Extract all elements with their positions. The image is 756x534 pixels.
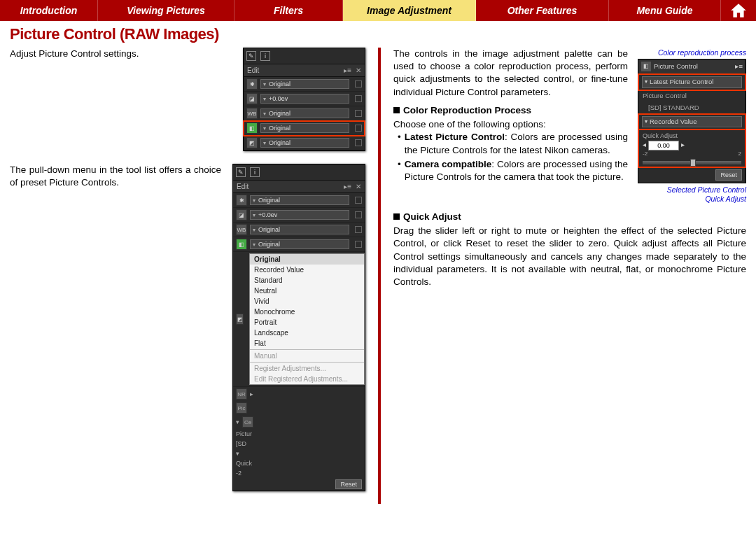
dd-original-1[interactable]: ▾Original [260,79,349,89]
dropdown-current[interactable]: Original [250,254,364,265]
wb-tool-icon[interactable]: WB [246,108,258,119]
info-icon: i [260,51,270,61]
tab-menu-guide[interactable]: Menu Guide [609,0,721,21]
wb-tool-icon[interactable]: WB [236,224,247,235]
dropdown-item-landscape[interactable]: Landscape [250,328,364,338]
reset-button[interactable]: Reset [335,479,362,489]
dropdown-item-register: Register Adjustments... [250,363,364,374]
dd-picture-control[interactable]: ▾Original [260,123,349,133]
callout-label-selected: Selected Picture Control [667,185,746,194]
left-column: Adjust Picture Control settings. ✎ i Edi… [10,48,381,504]
dropdown-item-recorded[interactable]: Recorded Value [250,265,364,275]
picture-control-icon: ◧ [641,62,651,71]
ev-tool-icon[interactable]: ◪ [246,93,258,104]
close-icon[interactable]: ✕ [356,183,361,190]
top-nav: Introduction Viewing Pictures Filters Im… [0,0,756,21]
callout-panel: Color reproduction process ◧Picture Cont… [638,48,746,204]
edit-panel-2: ✎ i Edit ▸≡✕ ✱▾Original ◪▾+0.0ev WB▾Orig… [232,164,365,491]
crp-sub: Choose one of the following options: [393,118,628,131]
left-text-1: Adjust Picture Control settings. [10,48,232,60]
reset-button[interactable]: Reset [715,169,742,181]
qa-body: Drag the slider left or right to mute or… [393,225,746,288]
edit-icon: ✎ [236,167,246,177]
callout-label-crp: Color reproduction process [638,48,746,57]
left-text-2: The pull-down menu in the tool list offe… [10,164,221,189]
tab-introduction[interactable]: Introduction [0,0,98,21]
dd-ev[interactable]: ▾+0.0ev [260,94,349,104]
quick-adjust-block: Quick Adjust ◂ 0.00 ▸ -22 [638,129,746,167]
picture-control-tool-icon[interactable]: ◧ [236,239,247,250]
pc-sub-value: [SD] STANDARD [638,102,746,114]
picture-control-dropdown[interactable]: Original Recorded Value Standard Neutral… [249,253,365,385]
dd-original-3[interactable]: ▾Original [260,138,349,148]
qa-increment-icon[interactable]: ▸ [681,141,685,150]
info-icon: i [250,167,260,177]
dropdown-item-standard[interactable]: Standard [250,275,364,286]
tab-viewing-pictures[interactable]: Viewing Pictures [98,0,234,21]
qa-slider-track[interactable] [643,161,741,164]
home-icon [729,1,748,20]
right-intro: The controls in the image adjustment pal… [393,48,628,99]
home-button[interactable] [721,0,756,21]
dropdown-item-manual: Manual [250,351,364,361]
subhead-crp: Color Reproduction Process [393,104,628,117]
pic-tool-icon[interactable]: Pic [236,402,247,414]
qa-slider-thumb[interactable] [690,159,696,167]
subhead-qa: Quick Adjust [393,211,746,223]
qa-value-input[interactable]: 0.00 [648,141,679,150]
dropdown-item-monochrome[interactable]: Monochrome [250,307,364,317]
dropdown-item-portrait[interactable]: Portrait [250,317,364,328]
exposure-tool-icon[interactable]: ✱ [236,195,247,206]
tab-image-adjustment[interactable]: Image Adjustment [343,0,476,21]
nr-tool-icon[interactable]: NR [236,388,247,400]
page-title: Picture Control (RAW Images) [0,21,756,48]
exposure-tool-icon[interactable]: ✱ [246,78,258,90]
right-column: The controls in the image adjustment pal… [381,48,746,504]
dd-original-2[interactable]: ▾Original [260,108,349,118]
pc-preset-dropdown[interactable]: ▾Recorded Value [642,116,742,128]
close-icon[interactable]: ✕ [356,66,361,74]
dropdown-item-vivid[interactable]: Vivid [250,296,364,307]
pc-sub-label: Picture Control [638,90,746,102]
tone-tool-icon[interactable]: ◩ [236,314,244,325]
tone-tool-icon[interactable]: ◩ [246,137,258,148]
collapse-icon[interactable]: ▸≡ [344,183,351,190]
tab-filters[interactable]: Filters [234,0,343,21]
picture-control-tool-icon[interactable]: ◧ [246,122,258,134]
callout-label-qa: Quick Adjust [705,195,746,203]
dropdown-item-edit-registered: Edit Registered Adjustments... [250,374,364,384]
edit-label: Edit [237,183,248,190]
crp-dropdown[interactable]: ▾Latest Picture Control [642,76,742,88]
ev-tool-icon[interactable]: ◪ [236,209,247,220]
edit-panel-1: ✎ i Edit ▸≡✕ ✱▾Original ◪▾+0.0ev WB▾Orig… [243,48,365,151]
edit-label: Edit [247,66,259,74]
collapse-icon[interactable]: ▸≡ [344,66,351,74]
edit-icon: ✎ [246,51,256,61]
qa-decrement-icon[interactable]: ◂ [643,141,646,150]
collapse-icon[interactable]: ▸≡ [735,62,743,71]
tab-other-features[interactable]: Other Features [476,0,609,21]
dropdown-item-flat[interactable]: Flat [250,338,364,349]
ce-tool-icon[interactable]: Ce [242,416,253,428]
dropdown-item-neutral[interactable]: Neutral [250,286,364,296]
